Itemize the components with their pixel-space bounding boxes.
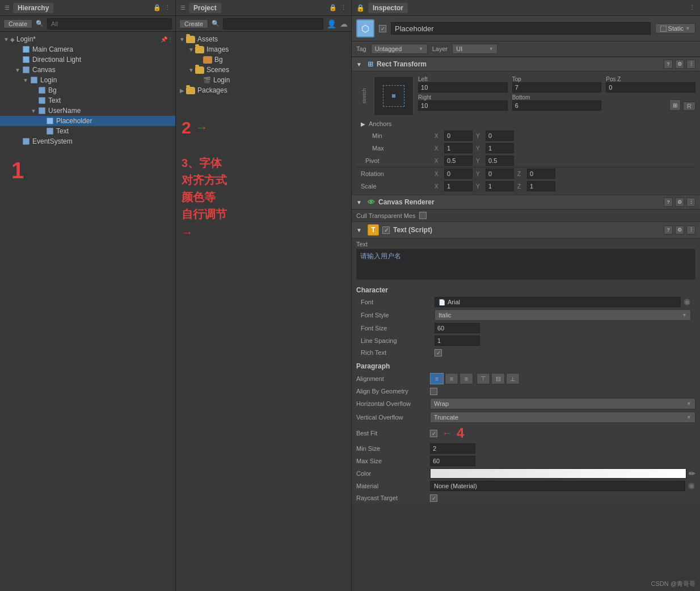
- text-content-display[interactable]: 请输入用户名: [356, 249, 695, 280]
- hierarchy-ellipsis-icon[interactable]: ⋮: [165, 4, 171, 11]
- project-create-button[interactable]: Create: [179, 19, 208, 28]
- posz-input[interactable]: [606, 82, 695, 93]
- bottom-input[interactable]: [512, 100, 602, 111]
- font-size-input[interactable]: [435, 323, 480, 333]
- max-x-input[interactable]: [444, 143, 473, 153]
- static-dropdown-arrow[interactable]: ▼: [685, 26, 690, 31]
- project-item-packages[interactable]: ▶ Packages: [176, 85, 351, 95]
- canvas-overflow-btn[interactable]: ⋮: [686, 198, 695, 207]
- rect-grid-btn[interactable]: ⊞: [669, 99, 681, 111]
- text-overflow-btn[interactable]: ⋮: [686, 225, 695, 234]
- project-item-bg-img[interactable]: Bg: [176, 55, 351, 65]
- hierarchy-item-main-camera[interactable]: Main Camera: [0, 44, 175, 55]
- fold-arrow-canvas[interactable]: ▼: [356, 199, 364, 206]
- left-field-wrap: Left: [418, 76, 508, 93]
- hierarchy-item-bg[interactable]: Bg: [0, 85, 175, 95]
- rot-z-input[interactable]: [527, 169, 555, 179]
- hierarchy-lock-icon[interactable]: 🔒: [153, 4, 161, 11]
- project-ellipsis-icon[interactable]: ⋮: [340, 4, 347, 11]
- align-top-btn[interactable]: ⊤: [476, 373, 490, 384]
- align-left-btn[interactable]: ≡: [430, 373, 444, 384]
- text-settings-btn[interactable]: ⚙: [675, 225, 684, 234]
- hierarchy-item-eventsystem[interactable]: EventSystem: [0, 136, 175, 146]
- hierarchy-item-text[interactable]: Text: [0, 95, 175, 106]
- rot-x-input[interactable]: [444, 169, 473, 179]
- hierarchy-search-input[interactable]: [47, 18, 172, 30]
- project-menu-icon[interactable]: ☰: [180, 5, 185, 11]
- material-select-btn[interactable]: ⊙: [688, 482, 695, 490]
- text-help-btn[interactable]: ?: [664, 225, 673, 234]
- scale-x-input[interactable]: [444, 181, 473, 191]
- hierarchy-item-login[interactable]: ▼ Login: [0, 75, 175, 85]
- canvas-settings-btn[interactable]: ⚙: [675, 198, 684, 207]
- color-edit-icon[interactable]: ✏: [689, 469, 695, 478]
- rect-help-btn[interactable]: ?: [664, 60, 673, 69]
- align-by-geo-checkbox[interactable]: [430, 388, 437, 395]
- raycast-checkbox[interactable]: ✓: [430, 494, 437, 502]
- project-item-images[interactable]: ▼ Images: [176, 44, 351, 55]
- fold-arrow-anchors[interactable]: ▶: [361, 121, 369, 127]
- max-y-input[interactable]: [486, 143, 514, 153]
- hierarchy-item-username[interactable]: ▼ UserName: [0, 106, 175, 116]
- project-item-scenes[interactable]: ▼ Scenes: [176, 65, 351, 75]
- rect-overflow-btn[interactable]: ⋮: [686, 60, 695, 69]
- fold-arrow-text[interactable]: ▼: [356, 227, 364, 233]
- material-field[interactable]: None (Material): [430, 481, 685, 491]
- min-x-input[interactable]: [444, 131, 473, 141]
- rect-settings-btn[interactable]: ⚙: [675, 60, 684, 69]
- project-icon2[interactable]: ☁: [340, 19, 348, 28]
- static-button[interactable]: Static ▼: [655, 23, 695, 33]
- horiz-overflow-dropdown[interactable]: Wrap ▼: [430, 398, 695, 409]
- max-size-input[interactable]: [430, 456, 475, 466]
- font-style-dropdown[interactable]: Italic ▼: [435, 309, 691, 321]
- align-right-btn[interactable]: ≡: [459, 373, 473, 384]
- rect-visual-box[interactable]: [374, 76, 414, 116]
- pivot-y-input[interactable]: [486, 156, 514, 166]
- min-size-input[interactable]: [430, 443, 475, 454]
- best-fit-checkbox[interactable]: ✓: [430, 430, 437, 437]
- pivot-x-input[interactable]: [444, 156, 473, 166]
- rect-r-button[interactable]: R: [683, 102, 695, 111]
- hierarchy-item-text2[interactable]: Text: [0, 126, 175, 136]
- hierarchy-item-canvas[interactable]: ▼ Canvas: [0, 65, 175, 75]
- hierarchy-menu-icon[interactable]: ☰: [5, 5, 10, 11]
- rect-widget-area: stretch Left: [356, 74, 695, 118]
- hierarchy-item-placeholder[interactable]: Placeholder: [0, 116, 175, 126]
- layer-dropdown[interactable]: UI ▼: [452, 44, 497, 54]
- scale-y-input[interactable]: [486, 181, 514, 191]
- min-size-row: Min Size: [352, 442, 700, 455]
- min-y-input[interactable]: [486, 131, 514, 141]
- line-spacing-input[interactable]: [435, 336, 480, 346]
- top-input[interactable]: [512, 82, 602, 93]
- placeholder-enable-checkbox[interactable]: ✓: [379, 25, 386, 32]
- text-script-enable-checkbox[interactable]: ✓: [382, 227, 390, 234]
- rich-text-checkbox[interactable]: ✓: [435, 349, 442, 357]
- inspector-lock-icon[interactable]: 🔒: [356, 4, 365, 12]
- tag-dropdown[interactable]: Untagged ▼: [371, 44, 428, 54]
- color-picker[interactable]: [430, 468, 686, 479]
- left-input[interactable]: [418, 82, 508, 93]
- font-select-btn[interactable]: ⊙: [683, 298, 691, 306]
- fold-arrow-rect[interactable]: ▼: [356, 61, 364, 68]
- project-item-login-scene[interactable]: 🎬 Login: [176, 75, 351, 85]
- align-bottom-btn[interactable]: ⊥: [506, 373, 520, 384]
- align-center-btn[interactable]: ≡: [445, 373, 458, 384]
- scale-z-input[interactable]: [527, 181, 555, 191]
- rot-y-input[interactable]: [486, 169, 514, 179]
- static-checkbox[interactable]: [660, 26, 667, 32]
- font-field[interactable]: 📄 Arial: [435, 297, 681, 307]
- placeholder-name-field[interactable]: [391, 22, 651, 35]
- canvas-help-btn[interactable]: ?: [664, 198, 673, 207]
- project-icon1[interactable]: 👤: [327, 19, 336, 28]
- project-lock-icon[interactable]: 🔒: [329, 4, 337, 11]
- hierarchy-item-login-scene[interactable]: ▼ ◆ Login* 📌 ⋮: [0, 34, 175, 44]
- align-middle-btn[interactable]: ⊟: [491, 373, 505, 384]
- hierarchy-item-directional-light[interactable]: Directional Light: [0, 55, 175, 65]
- vert-overflow-dropdown[interactable]: Truncate ▼: [430, 412, 695, 423]
- hierarchy-create-button[interactable]: Create: [3, 19, 32, 28]
- right-input[interactable]: [418, 100, 508, 111]
- inspector-ellipsis-icon[interactable]: ⋮: [689, 4, 695, 11]
- project-search-input[interactable]: [223, 18, 323, 30]
- cull-checkbox[interactable]: [419, 212, 427, 219]
- project-item-assets[interactable]: ▼ Assets: [176, 34, 351, 44]
